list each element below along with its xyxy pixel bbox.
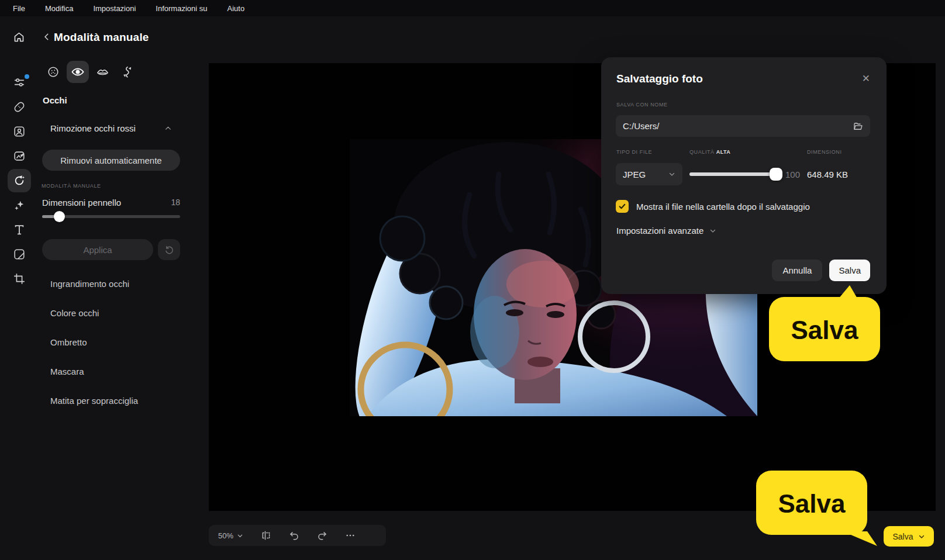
chevron-down-icon (668, 171, 675, 178)
quality-value: 100 (785, 170, 800, 179)
quality-label: QUALITÀ ALTA (689, 149, 730, 155)
chevron-down-icon (709, 227, 716, 234)
menu-file[interactable]: File (13, 4, 25, 13)
ai-sparkles-icon[interactable] (8, 193, 31, 217)
makeup-tool-tabs (42, 61, 138, 83)
subsection-title[interactable]: Rimozione occhi rossi (50, 123, 136, 133)
brush-size-label: Dimensioni pennello (42, 198, 121, 208)
size-label: DIMENSIONI (807, 149, 842, 155)
auto-remove-button[interactable]: Rimuovi automaticamente (42, 150, 180, 171)
save-split-button[interactable]: Salva (884, 526, 934, 547)
list-item-eye-enlarge[interactable]: Ingrandimento occhi (50, 279, 138, 308)
hair-icon[interactable] (116, 61, 138, 83)
chevron-down-icon (918, 533, 925, 540)
quality-slider-fill (689, 172, 781, 176)
brush-size-slider[interactable] (42, 215, 180, 218)
page-title: Modalità manuale (54, 31, 149, 44)
menu-settings[interactable]: Impostazioni (93, 4, 136, 13)
makeup-options-list: Ingrandimento occhi Colore occhi Ombrett… (50, 279, 138, 425)
undo-icon[interactable] (289, 530, 299, 541)
menu-about[interactable]: Informazioni su (156, 4, 207, 13)
dialog-save-button[interactable]: Salva (829, 260, 870, 281)
file-type-label: TIPO DI FILE (616, 149, 652, 155)
quality-slider[interactable] (689, 172, 781, 176)
chevron-up-icon[interactable] (164, 125, 172, 132)
retouch-icon[interactable] (8, 169, 31, 192)
quality-slider-thumb[interactable] (770, 168, 782, 181)
text-tool-icon[interactable] (8, 218, 31, 241)
save-as-label: SALVA CON NOME (616, 102, 668, 108)
lips-icon[interactable] (91, 61, 113, 83)
show-in-folder-label[interactable]: Mostra il file nella cartella dopo il sa… (636, 202, 810, 212)
dialog-title: Salvataggio foto (616, 72, 703, 85)
file-type-dropdown[interactable]: JPEG (616, 163, 682, 185)
brush-size-value: 18 (171, 198, 180, 208)
blemish-icon[interactable] (42, 61, 64, 83)
list-item-mascara[interactable]: Mascara (50, 367, 138, 396)
list-item-eyebrow-pencil[interactable]: Matita per sopracciglia (50, 396, 138, 425)
zoom-level-dropdown[interactable]: 50% (218, 531, 243, 540)
close-icon[interactable]: ✕ (862, 72, 870, 85)
app-window: File Modifica Impostazioni Informazioni … (0, 0, 945, 560)
show-in-folder-checkbox[interactable] (616, 200, 629, 213)
file-type-value: JPEG (623, 170, 646, 179)
compare-icon[interactable] (261, 530, 271, 541)
size-value: 648.49 KB (807, 170, 848, 179)
apply-button[interactable]: Applica (42, 239, 153, 260)
cancel-button[interactable]: Annulla (772, 260, 822, 281)
back-chevron-icon[interactable] (43, 33, 51, 41)
chevron-down-icon (237, 533, 243, 539)
advanced-settings-toggle[interactable]: Impostazioni avanzate (616, 226, 716, 236)
menu-edit[interactable]: Modifica (45, 4, 73, 13)
save-photo-dialog: Salvataggio foto ✕ SALVA CON NOME C:/Use… (601, 57, 887, 294)
portrait-icon[interactable] (8, 120, 31, 143)
file-path-input[interactable]: C:/Users/ (616, 115, 870, 137)
menu-help[interactable]: Aiuto (227, 4, 245, 13)
menu-bar: File Modifica Impostazioni Informazioni … (0, 0, 945, 16)
notification-dot (25, 74, 29, 79)
frame-icon[interactable] (8, 243, 31, 266)
folder-icon[interactable] (853, 121, 863, 132)
eye-icon[interactable] (67, 61, 89, 83)
file-path-value: C:/Users/ (623, 121, 853, 131)
crop-icon[interactable] (8, 267, 31, 291)
save-split-label: Salva (892, 532, 913, 541)
list-item-eye-color[interactable]: Colore occhi (50, 308, 138, 337)
advanced-settings-label: Impostazioni avanzate (616, 226, 703, 236)
manual-mode-label: MODALITÀ MANUALE (42, 183, 101, 189)
quality-level: ALTA (716, 149, 730, 155)
home-icon[interactable] (13, 31, 25, 43)
redo-icon[interactable] (317, 530, 327, 541)
more-icon[interactable] (345, 530, 356, 541)
canvas-toolbar: 50% (209, 525, 386, 546)
bandage-icon[interactable] (8, 95, 31, 119)
reset-button[interactable] (158, 239, 180, 260)
section-title: Occhi (43, 95, 67, 105)
zoom-level-value: 50% (218, 531, 233, 540)
photo-edit-icon[interactable] (8, 144, 31, 168)
list-item-eyeshadow[interactable]: Ombretto (50, 337, 138, 367)
slider-thumb[interactable] (54, 211, 65, 222)
